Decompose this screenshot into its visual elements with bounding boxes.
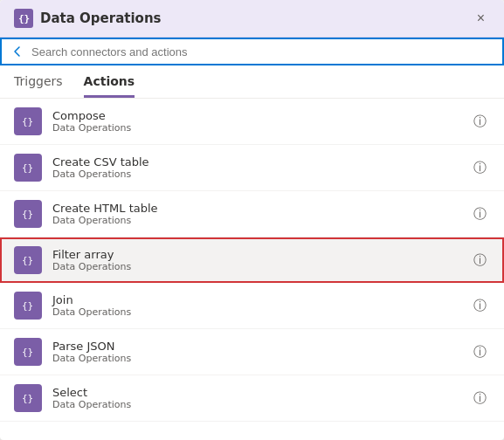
list-item[interactable]: {} Join Data Operations ⓘ — [0, 283, 504, 329]
select-info-button[interactable]: ⓘ — [470, 388, 490, 409]
compose-icon: {} — [14, 107, 42, 135]
data-operations-dialog: {} Data Operations × Triggers Actions {} — [0, 0, 504, 440]
parse-json-icon: {} — [14, 338, 42, 366]
compose-info-button[interactable]: ⓘ — [470, 112, 490, 132]
join-subtitle: Data Operations — [52, 306, 459, 318]
join-info-button[interactable]: ⓘ — [470, 296, 490, 316]
svg-text:{}: {} — [22, 162, 33, 174]
compose-name: Compose — [52, 109, 459, 122]
select-name: Select — [52, 386, 459, 399]
create-csv-name: Create CSV table — [52, 155, 459, 168]
create-csv-text: Create CSV table Data Operations — [52, 155, 459, 180]
filter-array-text: Filter array Data Operations — [52, 248, 459, 272]
create-csv-info-button[interactable]: ⓘ — [470, 158, 490, 178]
filter-array-icon: {} — [14, 246, 42, 274]
filter-array-item[interactable]: {} Filter array Data Operations ⓘ — [0, 237, 504, 283]
list-item[interactable]: {} Compose Data Operations ⓘ — [0, 99, 504, 145]
tab-triggers[interactable]: Triggers — [14, 65, 63, 98]
create-csv-subtitle: Data Operations — [52, 168, 459, 180]
compose-text: Compose Data Operations — [52, 109, 459, 134]
parse-json-subtitle: Data Operations — [52, 353, 459, 364]
search-input[interactable] — [31, 45, 494, 58]
create-html-subtitle: Data Operations — [52, 215, 459, 226]
parse-json-text: Parse JSON Data Operations — [52, 340, 459, 364]
compose-subtitle: Data Operations — [52, 122, 459, 134]
select-subtitle: Data Operations — [52, 399, 459, 410]
filter-array-info-button[interactable]: ⓘ — [470, 251, 490, 271]
list-item[interactable]: {} Create CSV table Data Operations ⓘ — [0, 145, 504, 191]
data-operations-icon: {} — [14, 9, 33, 28]
dialog-header: {} Data Operations × — [0, 0, 504, 38]
back-button[interactable] — [10, 45, 24, 58]
parse-json-name: Parse JSON — [52, 340, 459, 353]
create-html-text: Create HTML table Data Operations — [52, 202, 459, 226]
close-button[interactable]: × — [472, 10, 490, 27]
header-left: {} Data Operations — [14, 9, 162, 28]
join-text: Join Data Operations — [52, 293, 459, 318]
list-item[interactable]: {} Select Data Operations ⓘ — [0, 375, 504, 422]
svg-text:{}: {} — [18, 13, 30, 24]
select-icon: {} — [14, 384, 42, 412]
parse-json-info-button[interactable]: ⓘ — [470, 342, 490, 362]
svg-text:{}: {} — [22, 255, 33, 266]
filter-array-subtitle: Data Operations — [52, 261, 459, 272]
tab-actions[interactable]: Actions — [84, 65, 135, 98]
search-bar — [0, 38, 504, 65]
join-name: Join — [52, 293, 459, 306]
create-html-info-button[interactable]: ⓘ — [470, 204, 490, 224]
svg-text:{}: {} — [22, 209, 33, 220]
svg-text:{}: {} — [22, 347, 33, 358]
select-text: Select Data Operations — [52, 386, 459, 410]
create-csv-icon: {} — [14, 154, 42, 182]
list-item[interactable]: {} Create HTML table Data Operations ⓘ — [0, 191, 504, 237]
tabs-bar: Triggers Actions — [0, 65, 504, 99]
svg-text:{}: {} — [22, 116, 33, 127]
svg-text:{}: {} — [22, 393, 33, 404]
list-item[interactable]: {} Parse JSON Data Operations ⓘ — [0, 329, 504, 375]
create-html-icon: {} — [14, 200, 42, 228]
dialog-title: Data Operations — [40, 10, 162, 26]
filter-array-name: Filter array — [52, 248, 459, 261]
join-icon: {} — [14, 292, 42, 320]
svg-text:{}: {} — [22, 300, 33, 312]
action-list: {} Compose Data Operations ⓘ {} Create C… — [0, 99, 504, 440]
create-html-name: Create HTML table — [52, 202, 459, 215]
